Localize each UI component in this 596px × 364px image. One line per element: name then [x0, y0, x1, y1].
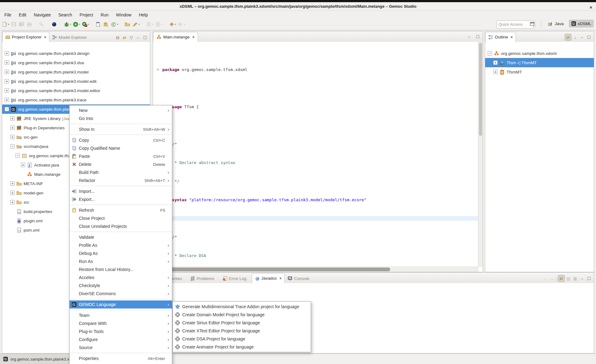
expander-icon[interactable]: +	[10, 181, 15, 186]
dropdown-arrow-icon[interactable]: ▾	[8, 23, 9, 26]
code-area[interactable]: package org.gemoc.sample.tfsm.xdsml lang…	[153, 42, 478, 267]
toolbar-button[interactable]: ▾	[111, 20, 119, 29]
context-menu-item[interactable]: Go Into	[70, 114, 172, 122]
context-menu-item[interactable]: Checkstyle ›	[70, 282, 172, 290]
context-menu-item[interactable]: DiverSE Commons ›	[70, 290, 172, 298]
vertical-scrollbar-thumb[interactable]	[479, 43, 482, 136]
view-toolbar-button[interactable]: –	[135, 34, 141, 41]
view-tab[interactable]: Project Explorer ×	[2, 32, 49, 42]
toolbar-button[interactable]	[95, 20, 102, 29]
horizontal-scrollbar[interactable]	[153, 267, 478, 272]
open-perspective-icon[interactable]	[530, 21, 535, 27]
close-icon[interactable]: ×	[192, 35, 195, 39]
window-close-icon[interactable]: ×	[589, 3, 592, 11]
context-menu-item[interactable]: Restore from Local History...	[70, 265, 172, 273]
menu-item[interactable]: Navigate	[30, 11, 55, 18]
context-menu-item[interactable]: Copy Qualified Name	[70, 144, 172, 152]
view-toolbar-button[interactable]: –	[579, 275, 585, 282]
dropdown-arrow-icon[interactable]: ▾	[79, 23, 80, 26]
dropdown-arrow-icon[interactable]: ▾	[70, 23, 71, 26]
toolbar-button[interactable]	[26, 20, 33, 29]
submenu-item[interactable]: Create DSA Project for language	[173, 335, 311, 343]
context-menu-item[interactable]: Show In Shift+Alt+W ›	[70, 125, 172, 133]
view-toolbar-button[interactable]: ☐	[142, 34, 148, 41]
expander-icon[interactable]: +	[10, 135, 15, 139]
context-menu-item[interactable]	[70, 309, 172, 311]
close-icon[interactable]: ×	[279, 276, 282, 281]
toolbar-button[interactable]	[103, 20, 110, 29]
dropdown-arrow-icon[interactable]: ▾	[138, 23, 140, 26]
context-menu-item[interactable]: Refactor Shift+Alt+T ›	[70, 176, 172, 184]
view-tab[interactable]: Model Explorer	[49, 33, 92, 42]
view-tab[interactable]: Console	[285, 274, 315, 283]
expander-icon[interactable]	[21, 172, 25, 176]
expander-icon[interactable]: +	[10, 126, 15, 130]
toolbar-button[interactable]: ▾	[132, 20, 140, 29]
expander-icon[interactable]: +	[21, 163, 25, 167]
toolbar-button[interactable]: ▾	[63, 20, 72, 29]
menu-item[interactable]: Help	[135, 11, 151, 18]
expander-icon[interactable]: +	[5, 51, 9, 55]
context-menu-item[interactable]	[70, 184, 172, 187]
submenu-item[interactable]: Create Animator Project for language	[173, 343, 311, 351]
horizontal-scrollbar-thumb[interactable]	[154, 268, 390, 271]
tree-item[interactable]: + org.gemoc.sample.tfsm.plaink3.dsa	[2, 58, 150, 67]
context-menu-item[interactable]: Configure ›	[70, 335, 172, 344]
editor-minmax-button[interactable]: –	[466, 33, 472, 40]
view-toolbar-button[interactable]: ⇄	[565, 34, 571, 41]
toolbar-button[interactable]	[124, 20, 131, 29]
toolbar-button[interactable]	[38, 20, 46, 29]
dropdown-arrow-icon[interactable]: ▾	[184, 23, 185, 26]
menu-item[interactable]: File	[1, 11, 15, 18]
context-menu-item[interactable]: Acceleo ›	[70, 273, 172, 282]
editor-minmax-button[interactable]: ☐	[475, 33, 481, 40]
perspective-button[interactable]: xDSML	[569, 20, 594, 27]
context-menu-item[interactable]	[70, 352, 172, 354]
expander-icon[interactable]: +	[10, 191, 15, 195]
outline-item[interactable]: − org.gemoc.sample.tfsm.xdsml	[485, 49, 594, 58]
expander-icon[interactable]: +	[493, 60, 498, 65]
toolbar-button[interactable]: ▾	[146, 20, 154, 29]
toolbar-button[interactable]	[11, 20, 18, 29]
context-menu-item[interactable]: Run As ›	[70, 257, 172, 265]
context-menu-item[interactable]: Validate	[70, 233, 172, 241]
expander-icon[interactable]: +	[5, 70, 9, 74]
view-toolbar-button[interactable]: –	[579, 34, 585, 40]
toolbar-button[interactable]: ▾	[168, 20, 177, 29]
submenu-item[interactable]: Create Domain Model Project for language	[173, 311, 311, 319]
dropdown-arrow-icon[interactable]: ▾	[152, 23, 153, 26]
expander-icon[interactable]: +	[5, 88, 9, 93]
view-tab[interactable]: Javadoc ×	[252, 273, 285, 283]
outline-item[interactable]: + Tfsm ◁ TfsmMT	[485, 58, 594, 67]
context-menu-item[interactable]: Team ›	[70, 311, 172, 319]
tree-item[interactable]: + org.gemoc.sample.tfsm.plaink3.model.ed…	[2, 86, 150, 95]
expander-icon[interactable]	[10, 209, 15, 214]
tree-item[interactable]: + org.gemoc.sample.tfsm.plaink3.model	[2, 67, 150, 77]
expander-icon[interactable]	[10, 228, 15, 232]
submenu-item[interactable]: Create XText Editor Project for language	[173, 327, 311, 335]
close-icon[interactable]: ×	[44, 35, 46, 39]
context-menu-item[interactable]: Compare With ›	[70, 319, 172, 327]
vertical-scrollbar[interactable]	[478, 42, 483, 267]
tree-item[interactable]: + org.gemoc.sample.tfsm.plaink3.design	[2, 49, 150, 58]
context-menu-item[interactable]: Close Unrelated Projects	[70, 222, 172, 230]
expander-icon[interactable]: −	[488, 51, 492, 55]
view-toolbar-button[interactable]: ▦	[572, 275, 578, 282]
menu-item[interactable]: Run	[97, 11, 112, 18]
menu-item[interactable]: Project	[76, 11, 97, 18]
view-tab[interactable]: Problems	[187, 274, 220, 283]
context-menu-item[interactable]	[70, 122, 172, 125]
editor-tab[interactable]: Main.melange ×	[153, 32, 198, 42]
close-icon[interactable]: ×	[511, 35, 513, 39]
dropdown-arrow-icon[interactable]: ▾	[175, 23, 176, 26]
context-menu-item[interactable]: Build Path ›	[70, 168, 172, 176]
toolbar-button[interactable]: ▾	[155, 20, 163, 29]
context-menu-item[interactable]: Export...	[70, 195, 172, 203]
view-tab[interactable]: Outline ×	[485, 32, 516, 42]
dropdown-arrow-icon[interactable]: ▾	[117, 23, 118, 26]
expander-icon[interactable]: +	[10, 200, 15, 204]
menu-item[interactable]: Window	[112, 11, 135, 18]
view-toolbar-button[interactable]: ⇄	[121, 34, 128, 41]
outline-item[interactable]: + TfsmMT	[485, 67, 594, 77]
view-toolbar-button[interactable]: ▤	[565, 275, 571, 282]
